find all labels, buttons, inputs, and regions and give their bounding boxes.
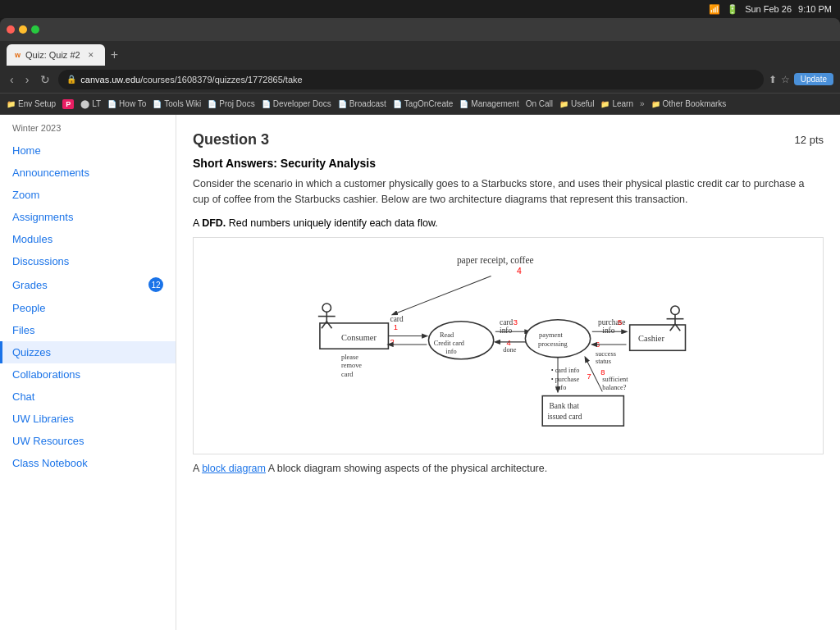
forward-button[interactable]: › — [22, 71, 33, 88]
bookmark-env-setup[interactable]: 📁 Env Setup — [7, 99, 56, 108]
active-tab[interactable]: w Quiz: Quiz #2 ✕ — [7, 44, 105, 66]
url-input[interactable]: 🔒 canvas.uw.edu/courses/1608379/quizzes/… — [58, 70, 763, 89]
sidebar: Winter 2023 Home Announcements Zoom Assi… — [0, 115, 176, 630]
update-button[interactable]: Update — [794, 73, 833, 85]
svg-text:info: info — [602, 326, 614, 335]
bookmark-lt[interactable]: ⬤ LT — [80, 99, 101, 108]
doc-icon: 📄 — [338, 100, 347, 108]
dfd-svg: paper receipt, coffee 4 Consumer ca — [202, 246, 815, 443]
tab-title: Quiz: Quiz #2 — [25, 50, 80, 60]
bookmark-label: Broadcast — [349, 99, 386, 108]
question-body: Consider the scenario in which a custome… — [193, 176, 824, 208]
svg-text:remove: remove — [341, 362, 362, 369]
svg-point-5 — [322, 303, 331, 311]
bookmark-label: TagOnCreate — [404, 99, 453, 108]
svg-text:payment: payment — [539, 331, 563, 338]
folder-icon: 📁 — [600, 100, 609, 108]
bookmark-management[interactable]: 📄 Management — [459, 99, 518, 108]
bookmark-label: Other Bookmarks — [663, 99, 727, 108]
svg-text:done: done — [503, 346, 516, 354]
tab-close-button[interactable]: ✕ — [85, 49, 97, 61]
sidebar-item-zoom[interactable]: Zoom — [0, 184, 176, 206]
sidebar-item-files[interactable]: Files — [0, 319, 176, 341]
dfd-label: A DFD. Red numbers uniquely identify eac… — [193, 217, 824, 229]
svg-text:processing: processing — [538, 340, 568, 348]
bookmark-label: Management — [471, 99, 518, 108]
question-points: 12 pts — [795, 134, 824, 146]
time-display: 9:10 PM — [798, 4, 832, 14]
doc-icon: 📄 — [459, 100, 468, 108]
sidebar-item-people[interactable]: People — [0, 297, 176, 319]
sidebar-item-home[interactable]: Home — [0, 139, 176, 162]
question-title: Question 3 — [193, 131, 269, 148]
bookmark-label: Learn — [612, 99, 633, 108]
minimize-window-button[interactable] — [19, 25, 27, 34]
system-status-bar: 📶 🔋 Sun Feb 26 9:10 PM — [0, 0, 840, 18]
address-bar: ‹ › ↻ 🔒 canvas.uw.edu/courses/1608379/qu… — [0, 66, 840, 94]
wifi-icon: 📶 — [709, 4, 720, 15]
share-icon[interactable]: ⬆ — [769, 74, 777, 85]
svg-text:info: info — [500, 326, 512, 335]
svg-text:issued card: issued card — [548, 412, 582, 420]
svg-text:Bank that: Bank that — [550, 402, 580, 410]
svg-text:info: info — [445, 348, 456, 355]
bookmark-tagonCreate[interactable]: 📄 TagOnCreate — [393, 99, 453, 108]
content-area: Winter 2023 Home Announcements Zoom Assi… — [0, 115, 840, 630]
block-diagram-text: A block diagram A block diagram showing … — [193, 463, 824, 474]
back-button[interactable]: ‹ — [7, 71, 17, 88]
new-tab-button[interactable]: + — [107, 44, 122, 66]
sidebar-item-collaborations[interactable]: Collaborations — [0, 363, 176, 386]
sidebar-item-discussions[interactable]: Discussions — [0, 250, 176, 272]
bookmark-p[interactable]: P — [62, 99, 74, 109]
sidebar-item-class-notebook[interactable]: Class Notebook — [0, 452, 176, 474]
bookmark-label: On Call — [526, 99, 553, 108]
address-bar-actions: ⬆ ☆ Update — [769, 73, 833, 85]
bookmark-tools-wiki[interactable]: 📄 Tools Wiki — [153, 99, 201, 108]
bookmark-icon[interactable]: ☆ — [781, 74, 790, 85]
svg-text:please: please — [341, 353, 358, 360]
svg-text:card: card — [341, 370, 354, 377]
semester-label: Winter 2023 — [0, 123, 176, 139]
reload-button[interactable]: ↻ — [37, 71, 53, 88]
svg-text:info: info — [555, 384, 566, 391]
bookmark-developer-docs[interactable]: 📄 Developer Docs — [262, 99, 331, 108]
bookmark-label: How To — [119, 99, 146, 108]
bookmark-how-to[interactable]: 📄 How To — [107, 99, 146, 108]
grades-badge: 12 — [148, 277, 163, 292]
sidebar-item-quizzes[interactable]: Quizzes — [0, 341, 176, 363]
question-subtitle: Short Answers: Security Analysis — [193, 157, 824, 170]
block-diagram-link[interactable]: block diagram — [202, 463, 266, 474]
folder-icon: 📁 — [651, 100, 660, 108]
sidebar-item-grades[interactable]: Grades 12 — [0, 272, 176, 297]
sidebar-item-assignments[interactable]: Assignments — [0, 206, 176, 228]
svg-text:• purchase: • purchase — [551, 375, 580, 382]
svg-text:card: card — [500, 318, 513, 326]
bookmark-broadcast[interactable]: 📄 Broadcast — [338, 99, 386, 108]
sidebar-item-modules[interactable]: Modules — [0, 228, 176, 250]
bookmark-on-call[interactable]: On Call — [526, 99, 553, 108]
doc-icon: 📄 — [107, 100, 116, 108]
sidebar-item-uw-libraries[interactable]: UW Libraries — [0, 408, 176, 430]
main-content: Question 3 12 pts Short Answers: Securit… — [176, 115, 840, 630]
svg-text:1: 1 — [394, 322, 398, 331]
question-header: Question 3 12 pts — [193, 131, 824, 148]
svg-text:Read: Read — [440, 331, 454, 338]
sidebar-item-announcements[interactable]: Announcements — [0, 162, 176, 184]
close-window-button[interactable] — [7, 25, 15, 34]
bookmark-other[interactable]: 📁 Other Bookmarks — [651, 99, 727, 108]
svg-text:balance?: balance? — [602, 384, 626, 391]
svg-text:success: success — [596, 349, 616, 357]
doc-icon: 📄 — [208, 100, 217, 108]
sidebar-item-chat[interactable]: Chat — [0, 386, 176, 408]
date-time: Sun Feb 26 — [745, 4, 792, 14]
maximize-window-button[interactable] — [31, 25, 39, 34]
bookmark-label: Useful — [571, 99, 594, 108]
bookmark-useful[interactable]: 📁 Useful — [559, 99, 594, 108]
bookmark-learn[interactable]: 📁 Learn — [600, 99, 633, 108]
tab-favicon: w — [15, 51, 21, 59]
svg-text:5: 5 — [618, 317, 622, 326]
bookmark-proj-docs[interactable]: 📄 Proj Docs — [208, 99, 254, 108]
sidebar-item-uw-resources[interactable]: UW Resources — [0, 430, 176, 452]
bookmarks-bar: 📁 Env Setup P ⬤ LT 📄 How To 📄 Tools Wiki… — [0, 94, 840, 115]
lock-icon: 🔒 — [66, 75, 76, 84]
